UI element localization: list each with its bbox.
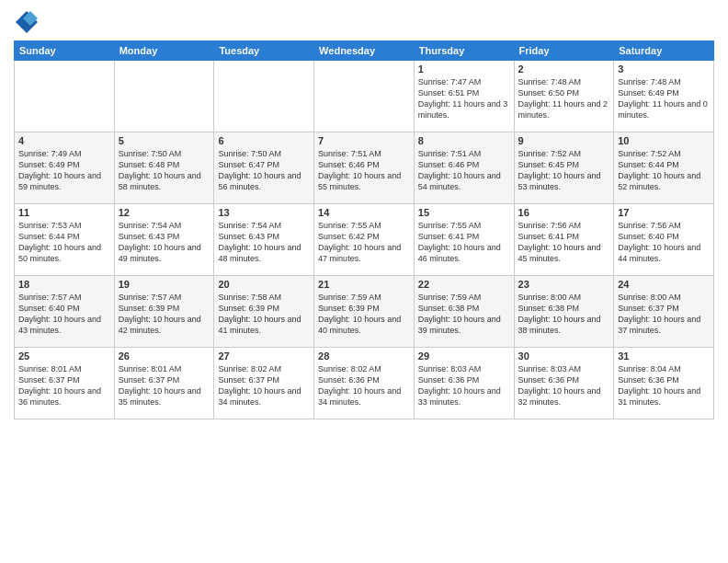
day-number: 28	[318, 350, 410, 362]
header	[14, 9, 714, 35]
day-info: Sunrise: 7:53 AMSunset: 6:44 PMDaylight:…	[18, 221, 101, 263]
week-row-2: 4Sunrise: 7:49 AMSunset: 6:49 PMDaylight…	[15, 132, 714, 204]
day-info: Sunrise: 7:59 AMSunset: 6:38 PMDaylight:…	[418, 293, 501, 335]
day-number: 18	[18, 279, 110, 290]
day-info: Sunrise: 8:01 AMSunset: 6:37 PMDaylight:…	[119, 364, 201, 407]
calendar-cell	[15, 61, 115, 132]
weekday-saturday: Saturday	[614, 41, 714, 61]
day-info: Sunrise: 8:01 AMSunset: 6:37 PMDaylight:…	[18, 364, 101, 407]
weekday-header-row: SundayMondayTuesdayWednesdayThursdayFrid…	[15, 41, 714, 61]
weekday-sunday: Sunday	[15, 41, 115, 61]
weekday-friday: Friday	[514, 41, 614, 61]
day-info: Sunrise: 7:56 AMSunset: 6:40 PMDaylight:…	[618, 221, 700, 263]
calendar-cell	[214, 61, 314, 132]
calendar-cell: 3Sunrise: 7:48 AMSunset: 6:49 PMDaylight…	[614, 61, 714, 132]
calendar-cell: 7Sunrise: 7:51 AMSunset: 6:46 PMDaylight…	[314, 132, 415, 204]
day-number: 22	[418, 279, 510, 290]
day-info: Sunrise: 7:54 AMSunset: 6:43 PMDaylight:…	[218, 221, 301, 263]
day-number: 19	[119, 279, 210, 290]
day-info: Sunrise: 7:51 AMSunset: 6:46 PMDaylight:…	[318, 149, 401, 191]
day-info: Sunrise: 7:55 AMSunset: 6:42 PMDaylight:…	[318, 221, 401, 263]
calendar-cell: 24Sunrise: 8:00 AMSunset: 6:37 PMDayligh…	[614, 276, 714, 348]
calendar-cell: 19Sunrise: 7:57 AMSunset: 6:39 PMDayligh…	[114, 276, 214, 348]
calendar-cell: 28Sunrise: 8:02 AMSunset: 6:36 PMDayligh…	[314, 348, 415, 419]
day-number: 6	[218, 135, 310, 146]
logo-icon	[14, 9, 40, 35]
weekday-tuesday: Tuesday	[214, 41, 314, 61]
day-info: Sunrise: 8:03 AMSunset: 6:36 PMDaylight:…	[418, 364, 501, 407]
day-info: Sunrise: 7:54 AMSunset: 6:43 PMDaylight:…	[119, 221, 201, 263]
day-number: 9	[518, 135, 610, 146]
day-info: Sunrise: 7:48 AMSunset: 6:50 PMDaylight:…	[518, 77, 609, 120]
day-number: 2	[518, 63, 610, 75]
calendar-cell: 8Sunrise: 7:51 AMSunset: 6:46 PMDaylight…	[414, 132, 514, 204]
day-info: Sunrise: 8:02 AMSunset: 6:36 PMDaylight:…	[318, 364, 401, 407]
week-row-3: 11Sunrise: 7:53 AMSunset: 6:44 PMDayligh…	[15, 204, 714, 276]
day-info: Sunrise: 7:47 AMSunset: 6:51 PMDaylight:…	[418, 77, 508, 120]
day-number: 14	[318, 207, 410, 218]
calendar-cell: 21Sunrise: 7:59 AMSunset: 6:39 PMDayligh…	[314, 276, 415, 348]
day-number: 8	[418, 135, 510, 146]
week-row-5: 25Sunrise: 8:01 AMSunset: 6:37 PMDayligh…	[15, 348, 714, 419]
day-info: Sunrise: 8:00 AMSunset: 6:37 PMDaylight:…	[618, 293, 700, 335]
day-info: Sunrise: 7:48 AMSunset: 6:49 PMDaylight:…	[618, 77, 708, 120]
day-info: Sunrise: 7:50 AMSunset: 6:48 PMDaylight:…	[119, 149, 201, 191]
day-number: 30	[518, 350, 610, 362]
weekday-wednesday: Wednesday	[314, 41, 415, 61]
day-number: 29	[418, 350, 510, 362]
day-info: Sunrise: 7:49 AMSunset: 6:49 PMDaylight:…	[18, 149, 101, 191]
calendar-cell: 4Sunrise: 7:49 AMSunset: 6:49 PMDaylight…	[15, 132, 115, 204]
calendar-cell: 22Sunrise: 7:59 AMSunset: 6:38 PMDayligh…	[414, 276, 514, 348]
day-info: Sunrise: 7:50 AMSunset: 6:47 PMDaylight:…	[218, 149, 301, 191]
day-number: 21	[318, 279, 410, 290]
day-number: 13	[218, 207, 310, 218]
calendar-cell	[114, 61, 214, 132]
calendar-cell: 11Sunrise: 7:53 AMSunset: 6:44 PMDayligh…	[15, 204, 115, 276]
day-info: Sunrise: 8:04 AMSunset: 6:36 PMDaylight:…	[618, 364, 700, 407]
day-number: 12	[119, 207, 210, 218]
week-row-1: 1Sunrise: 7:47 AMSunset: 6:51 PMDaylight…	[15, 61, 714, 132]
day-number: 20	[218, 279, 310, 290]
day-info: Sunrise: 8:00 AMSunset: 6:38 PMDaylight:…	[518, 293, 601, 335]
day-info: Sunrise: 7:58 AMSunset: 6:39 PMDaylight:…	[218, 293, 301, 335]
day-info: Sunrise: 8:03 AMSunset: 6:36 PMDaylight:…	[518, 364, 601, 407]
calendar-cell: 27Sunrise: 8:02 AMSunset: 6:37 PMDayligh…	[214, 348, 314, 419]
day-number: 7	[318, 135, 410, 146]
day-info: Sunrise: 8:02 AMSunset: 6:37 PMDaylight:…	[218, 364, 301, 407]
calendar-cell: 12Sunrise: 7:54 AMSunset: 6:43 PMDayligh…	[114, 204, 214, 276]
calendar-cell: 25Sunrise: 8:01 AMSunset: 6:37 PMDayligh…	[15, 348, 115, 419]
day-number: 1	[418, 63, 510, 75]
day-info: Sunrise: 7:57 AMSunset: 6:39 PMDaylight:…	[119, 293, 201, 335]
calendar-cell: 5Sunrise: 7:50 AMSunset: 6:48 PMDaylight…	[114, 132, 214, 204]
day-info: Sunrise: 7:57 AMSunset: 6:40 PMDaylight:…	[18, 293, 101, 335]
day-info: Sunrise: 7:56 AMSunset: 6:41 PMDaylight:…	[518, 221, 601, 263]
day-number: 15	[418, 207, 510, 218]
calendar-cell	[314, 61, 415, 132]
calendar-table: SundayMondayTuesdayWednesdayThursdayFrid…	[14, 40, 714, 419]
calendar-cell: 15Sunrise: 7:55 AMSunset: 6:41 PMDayligh…	[414, 204, 514, 276]
day-number: 3	[618, 63, 710, 75]
logo	[14, 9, 42, 35]
calendar-cell: 6Sunrise: 7:50 AMSunset: 6:47 PMDaylight…	[214, 132, 314, 204]
calendar-cell: 14Sunrise: 7:55 AMSunset: 6:42 PMDayligh…	[314, 204, 415, 276]
calendar-cell: 26Sunrise: 8:01 AMSunset: 6:37 PMDayligh…	[114, 348, 214, 419]
calendar-cell: 2Sunrise: 7:48 AMSunset: 6:50 PMDaylight…	[514, 61, 614, 132]
weekday-thursday: Thursday	[414, 41, 514, 61]
day-number: 11	[18, 207, 110, 218]
day-info: Sunrise: 7:59 AMSunset: 6:39 PMDaylight:…	[318, 293, 401, 335]
calendar-cell: 9Sunrise: 7:52 AMSunset: 6:45 PMDaylight…	[514, 132, 614, 204]
calendar-cell: 31Sunrise: 8:04 AMSunset: 6:36 PMDayligh…	[614, 348, 714, 419]
day-number: 23	[518, 279, 610, 290]
day-number: 10	[618, 135, 710, 146]
day-info: Sunrise: 7:52 AMSunset: 6:44 PMDaylight:…	[618, 149, 700, 191]
calendar-cell: 23Sunrise: 8:00 AMSunset: 6:38 PMDayligh…	[514, 276, 614, 348]
day-number: 25	[18, 350, 110, 362]
calendar-cell: 16Sunrise: 7:56 AMSunset: 6:41 PMDayligh…	[514, 204, 614, 276]
day-number: 26	[119, 350, 210, 362]
calendar-page: SundayMondayTuesdayWednesdayThursdayFrid…	[0, 0, 728, 563]
day-number: 31	[618, 350, 710, 362]
calendar-cell: 17Sunrise: 7:56 AMSunset: 6:40 PMDayligh…	[614, 204, 714, 276]
day-info: Sunrise: 7:52 AMSunset: 6:45 PMDaylight:…	[518, 149, 601, 191]
day-number: 5	[119, 135, 210, 146]
calendar-cell: 13Sunrise: 7:54 AMSunset: 6:43 PMDayligh…	[214, 204, 314, 276]
